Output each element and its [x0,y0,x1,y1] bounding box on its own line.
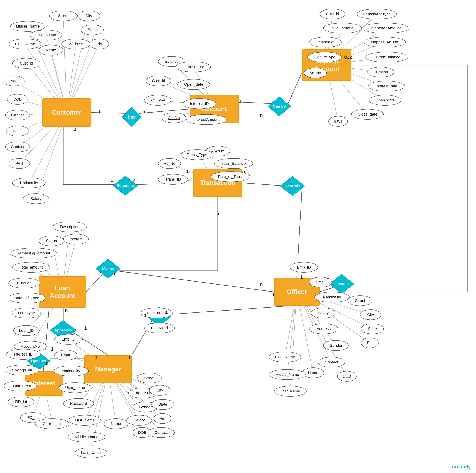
card-n-deposit: n [260,112,263,118]
attr-nationality: Nationality [12,178,46,188]
attr-duration-d: Duration [367,67,394,77]
attr-ac-no-a: Ac_No [162,112,186,123]
can-be-label: Can be [267,96,291,117]
card-1-manager: 1 [128,355,131,361]
makes-label: Makes [95,258,121,279]
attr-middle-name-o: Middle_Name [269,369,306,380]
card-n-loan: n [65,308,68,313]
card-1-officer: 1 [272,292,275,297]
attr-days: days [328,116,348,127]
attr-contact-m: Contact [148,427,175,438]
attr-loan-id: Loan_ID [13,325,39,336]
controls-label: Controls [279,176,306,197]
attr-dob-o: DOB [337,371,357,382]
attr-contact: Contact [5,142,30,152]
svg-line-1 [139,109,190,113]
attr-first-name-m: First_Name [68,415,101,425]
attr-interested-amount: InterestedAmount [362,23,409,33]
attr-current-balance: CurrentBalance [365,52,408,62]
attr-salary-m: Salary [126,415,152,425]
attr-ac-type: Ac_Type [144,95,171,106]
attr-ac-no-t: Ac_No [158,158,181,169]
attr-state-o: State [361,324,384,334]
attr-total-balance: Total_Balance [214,158,253,169]
card-1-req: 1 [111,178,113,183]
attr-state-c: State [81,25,104,35]
attr-last-name: Last_Name [30,30,62,40]
attr-cust-id-a: Cust_id [146,76,171,86]
attr-address-o: Address [309,324,338,334]
attr-deposit-ac-no: Deposit_Ac_No [364,37,406,48]
governs-label: Governs [146,306,172,327]
card-1-governs-m: 1 [144,313,147,318]
attr-password-m: Password [63,398,94,409]
card-1-creates: 1 [327,274,329,280]
attr-dob: DOB [7,94,28,105]
attr-email-m: Email [54,350,77,361]
attr-first-name: First_Name [9,39,41,49]
attr-first-name-o: First_Name [269,352,301,362]
card-n-updates: n [46,361,49,366]
card-1-updates: 1 [51,346,53,352]
attr-initial-amount: Initial_amount [323,23,362,33]
attr-status: Status [39,236,64,246]
svg-line-25 [63,16,67,112]
attr-close-date: Close_date [351,109,384,120]
card-1-governs-o: 1 [165,309,168,315]
creates-label: Creates [328,273,355,294]
attr-loan-type: LoanType [12,308,41,318]
attr-name-m: Name [104,418,128,429]
card-1-trans: 1 [186,169,189,174]
card-1-manager2: 1 [95,355,97,361]
brand-creately: creately [452,464,471,470]
attr-current-int: Current_int [35,418,69,429]
entity-manager: Manager [84,355,132,383]
approves-label: Approves [49,320,77,341]
attr-interest-rate-d: Interest_rate [368,81,405,91]
attr-description: Description [53,221,87,232]
attr-name-o: Name [302,367,324,378]
attr-pin-c: Pin [90,39,109,49]
attr-interest-rate-a: Interest_rate [176,62,211,72]
attr-loan-interest: LoanInterest [3,381,37,391]
attr-interest-amount-a: InterestAmount [186,114,227,125]
attr-middle-name: Middle_Name [10,21,45,32]
card-n-has: n [142,109,145,114]
attr-pin-m: Pin [154,413,171,424]
attr-salary-c: Salary [23,193,49,204]
attr-age: Age [3,76,25,86]
attr-emp-id-o: Emp_ID [290,262,318,273]
attr-salary-o: Salary [311,308,336,318]
card-1-has: 1 [98,109,101,114]
attr-trans-type: Trans_Type [181,149,213,160]
attr-dep-acc-type: DepositAccType [357,9,397,19]
attr-street-m: Street [137,373,162,383]
attr-pan: PAN [9,158,30,169]
attr-interest-id-d: InterestId [309,37,342,48]
has-label: has [121,106,142,127]
attr-open-date-a: Open_date [177,79,210,90]
attr-user-name-m: User_name [59,382,91,393]
attr-nationality-m: Nationality [53,366,89,376]
attr-city-m: City [149,385,170,396]
card-02: 0..2 [344,55,352,60]
attr-middle-name-m: Middle_Name [68,432,105,442]
attr-gender-o: Gender [323,340,349,351]
attr-city-c: City [77,11,100,21]
attr-date-of-loan: Date_Of_Loan [8,293,46,303]
attr-contact-o: Contact [318,357,345,367]
diagram-container: Customer Account DepositAccount Transact… [0,0,476,473]
attr-rd-int: RD_int [8,397,34,407]
card-1-account-deposit: 1 [239,98,241,104]
attr-trans-id: Trans_ID [158,174,188,185]
attr-last-name-o: Last_Name [274,386,306,397]
attr-email: Email [6,126,29,136]
attr-city-o: City [360,309,381,320]
attr-street-o: Street [348,295,372,306]
card-1-customer: 1 [74,127,76,132]
attr-interest-id-a: Interest_ID [183,98,216,109]
attr-last-name-m: Last_Name [75,448,107,458]
attr-ac-no-d: Ac_No [304,68,327,78]
attr-cust-id: Cust_id [12,58,40,69]
entity-loan-account: LoanAccount [39,276,86,308]
